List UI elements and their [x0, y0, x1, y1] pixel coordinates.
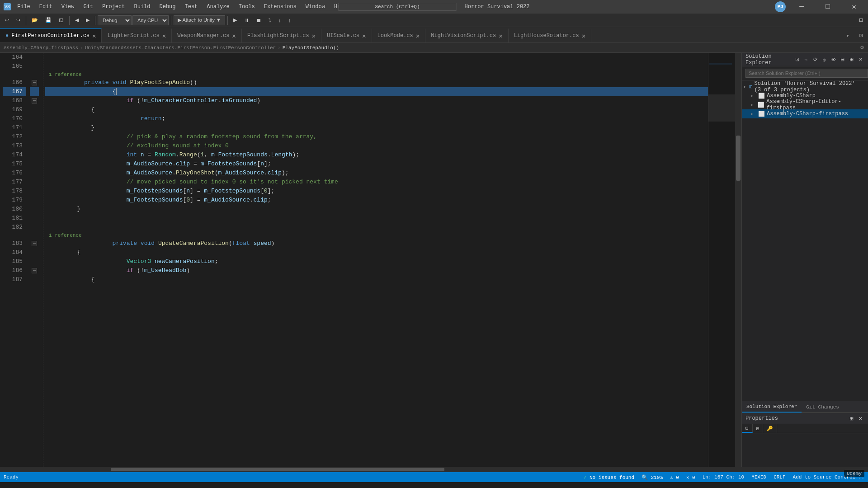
menu-file[interactable]: File [14, 3, 33, 11]
prop-tab-grid[interactable]: ⊞ [742, 424, 753, 433]
minimap-viewport[interactable] [708, 94, 735, 122]
attach-to-unity-button[interactable]: ▶ Attach to Unity ▼ [174, 15, 225, 25]
status-ready[interactable]: Ready [4, 474, 19, 480]
line-183: 183 [3, 239, 26, 248]
search-box[interactable]: Search (Ctrl+Q) [338, 3, 456, 11]
tab-close-lighterscript[interactable]: ✕ [162, 32, 166, 40]
vscroll-thumb[interactable] [736, 136, 741, 181]
stop-button[interactable]: ⏹ [253, 15, 264, 25]
status-line-ending[interactable]: CRLF [774, 474, 785, 480]
maximize-button[interactable]: □ [817, 0, 838, 14]
user-avatar[interactable]: PJ [775, 1, 786, 12]
se-btn-filter[interactable]: ⌽ [820, 55, 828, 64]
status-no-issues[interactable]: ✓ No issues found [584, 474, 634, 480]
tab-nightvisionscript[interactable]: NightVisionScript.cs ✕ [425, 28, 508, 42]
main-content: 164 165 166 167 168 169 170 171 172 173 … [0, 53, 868, 467]
minimize-button[interactable]: ─ [791, 0, 812, 14]
tab-weaponmanager[interactable]: WeaponManager.cs ✕ [172, 28, 242, 42]
tab-solution-explorer[interactable]: Solution Explorer [742, 401, 802, 413]
step-over-button[interactable]: ⤵ [265, 15, 274, 25]
menu-test[interactable]: Test [182, 3, 201, 11]
tab-close-firstpersoncontroller[interactable]: ✕ [92, 32, 96, 40]
title-bar: VS File Edit View Git Project Build Debu… [0, 0, 868, 14]
menu-view[interactable]: View [59, 3, 77, 11]
tab-close-uiscale[interactable]: ✕ [362, 32, 366, 40]
code-lines[interactable]: 1 reference private void PlayFootStepAud… [43, 53, 708, 467]
tab-uiscale[interactable]: UIScale.cs ✕ [321, 28, 372, 42]
tab-lookmode[interactable]: LookMode.cs ✕ [372, 28, 426, 42]
close-button[interactable]: ✕ [844, 0, 864, 14]
status-warnings[interactable]: ⚠ 0 [670, 474, 679, 480]
step-into-button[interactable]: ↓ [275, 15, 284, 25]
se-search-input[interactable] [745, 69, 868, 78]
se-search-container [742, 66, 868, 80]
tab-list-button[interactable]: ▾ [841, 28, 854, 42]
status-encoding[interactable]: MIXED [751, 474, 766, 480]
breadcrumb-method[interactable]: PlayFootStepAudio() [283, 45, 339, 51]
menu-tools[interactable]: Tools [236, 3, 258, 11]
play-button[interactable]: ▶ [230, 15, 240, 25]
save-button[interactable]: 💾 [42, 15, 55, 25]
breadcrumb-assembly[interactable]: Assembly-CSharp-firstpass [4, 45, 78, 51]
menu-edit[interactable]: Edit [37, 3, 55, 11]
tab-close-lookmode[interactable]: ✕ [416, 32, 420, 40]
tab-close-nightvisionscript[interactable]: ✕ [499, 32, 502, 40]
redo-button[interactable]: ↪ [13, 15, 24, 25]
se-btn-refresh[interactable]: ⟳ [811, 55, 819, 64]
tree-solution[interactable]: ▸ ⊞ Solution 'Horror Survival 2022' (3 o… [742, 82, 868, 91]
menu-build[interactable]: Build [131, 3, 153, 11]
tab-lighterscript[interactable]: LighterScript.cs ✕ [102, 28, 172, 42]
se-dock[interactable]: ⊞ [847, 55, 855, 64]
menu-window[interactable]: Window [303, 3, 328, 11]
se-btn-preview[interactable]: 👁 [829, 55, 837, 64]
hscroll-thumb[interactable] [111, 468, 444, 471]
editor-expand-icon: ▸ [751, 102, 756, 108]
status-errors[interactable]: ✕ 0 [686, 474, 695, 480]
prop-tab-key[interactable]: 🔑 [763, 424, 777, 433]
se-btn-collapse-all[interactable]: ⊟ [838, 55, 846, 64]
back-button[interactable]: ◀ [72, 15, 82, 25]
solution-icon: ⊞ [749, 84, 752, 90]
pause-button[interactable]: ⏸ [241, 15, 252, 25]
tab-close-lighthouserotator[interactable]: ✕ [582, 32, 585, 40]
hscroll-track[interactable] [27, 468, 862, 471]
menu-project[interactable]: Project [99, 3, 127, 11]
status-zoom[interactable]: 🔍 210% [642, 474, 663, 480]
horizontal-scrollbar[interactable] [0, 467, 868, 472]
se-close[interactable]: ✕ [856, 55, 864, 64]
line-186: 186 [3, 266, 26, 275]
minimap[interactable] [708, 53, 735, 467]
save-all-button[interactable]: 🖫 [56, 15, 67, 25]
tab-label: LookMode.cs [377, 33, 413, 39]
forward-button[interactable]: ▶ [83, 15, 93, 25]
status-line-col[interactable]: Ln: 167 Ch: 10 [703, 474, 744, 480]
menu-debug[interactable]: Debug [156, 3, 178, 11]
menu-extensions[interactable]: Extensions [261, 3, 299, 11]
breadcrumb-options[interactable]: ⚙ [860, 45, 864, 51]
tab-flashlightscript[interactable]: FlashLightScript.cs ✕ [242, 28, 321, 42]
prop-tab-sort[interactable]: ⊟ [753, 424, 764, 433]
tab-close-weaponmanager[interactable]: ✕ [232, 32, 236, 40]
tab-firstpersoncontroller[interactable]: ● FirstPersonController.cs ✕ [0, 28, 102, 42]
tab-lighthouserotator[interactable]: LightHouseRotator.cs ✕ [509, 28, 591, 42]
menu-git[interactable]: Git [80, 3, 96, 11]
tab-expand-button[interactable]: ⊡ [854, 28, 868, 42]
tree-item-editor-firstpass[interactable]: ▸ ⬜ Assembly-CSharp-Editor-firstpass [742, 100, 868, 109]
breadcrumb-class[interactable]: UnityStandardAssets.Characters.FirstPers… [85, 45, 276, 51]
line-171: 171 [3, 123, 26, 132]
step-out-button[interactable]: ↑ [285, 15, 294, 25]
tab-git-changes[interactable]: Git Changes [802, 401, 844, 413]
undo-button[interactable]: ↩ [2, 15, 12, 25]
debug-config-select[interactable]: Debug Release [98, 15, 132, 25]
se-btn-sync[interactable]: ↔ [802, 55, 810, 64]
tab-close-flashlightscript[interactable]: ✕ [312, 32, 316, 40]
indent-guides [39, 53, 43, 467]
dock-right-button[interactable]: ⊞ [856, 15, 866, 25]
props-close[interactable]: ✕ [856, 414, 864, 423]
menu-analyze[interactable]: Analyze [204, 3, 232, 11]
open-file-button[interactable]: 📂 [28, 15, 41, 25]
vertical-scrollbar[interactable] [735, 53, 741, 467]
cpu-config-select[interactable]: Any CPU x64 [132, 15, 169, 25]
props-dock[interactable]: ⊞ [847, 414, 855, 423]
se-btn-1[interactable]: ⊡ [793, 55, 801, 64]
